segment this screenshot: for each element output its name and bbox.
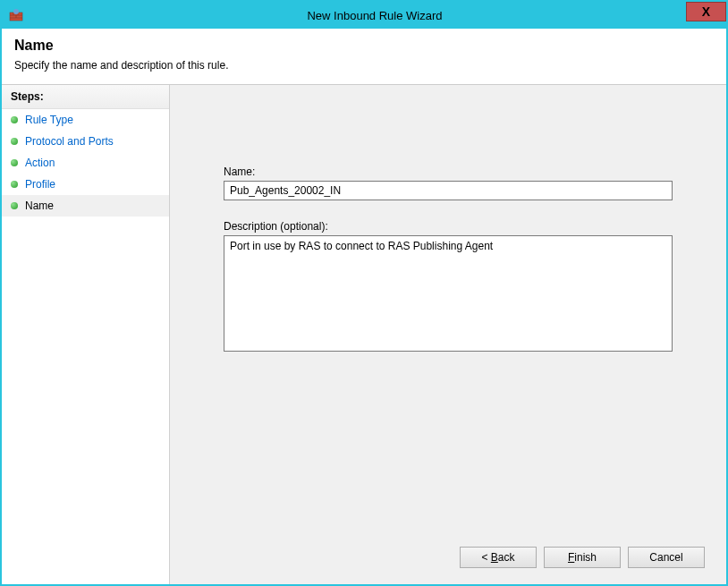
steps-header: Steps:: [2, 85, 169, 109]
close-icon: X: [702, 4, 710, 19]
svg-point-6: [13, 9, 19, 14]
sidebar-item-label: Protocol and Ports: [25, 135, 114, 148]
sidebar-item-label: Profile: [25, 178, 55, 191]
button-bar: < Back Finish Cancel: [170, 534, 726, 584]
sidebar-item-name[interactable]: Name: [2, 195, 169, 217]
sidebar-item-label: Action: [25, 157, 55, 169]
description-input[interactable]: [224, 235, 673, 352]
window-title: New Inbound Rule Wizard: [23, 9, 726, 22]
bullet-icon: [11, 202, 18, 209]
bullet-icon: [11, 181, 18, 188]
bullet-icon: [11, 116, 18, 123]
name-group: Name:: [224, 166, 673, 200]
sidebar-item-protocol-and-ports[interactable]: Protocol and Ports: [2, 131, 169, 152]
close-button[interactable]: X: [686, 2, 726, 21]
titlebar: New Inbound Rule Wizard X: [2, 2, 726, 29]
page-header: Name Specify the name and description of…: [2, 29, 726, 85]
bullet-icon: [11, 159, 18, 166]
cancel-button[interactable]: Cancel: [628, 547, 705, 568]
wizard-body: Steps: Rule Type Protocol and Ports Acti…: [2, 85, 726, 584]
name-label: Name:: [224, 166, 673, 178]
steps-sidebar: Steps: Rule Type Protocol and Ports Acti…: [2, 85, 170, 584]
sidebar-item-profile[interactable]: Profile: [2, 174, 169, 195]
name-input[interactable]: [224, 181, 673, 200]
sidebar-item-label: Rule Type: [25, 114, 73, 126]
wizard-window: New Inbound Rule Wizard X Name Specify t…: [0, 0, 728, 586]
sidebar-item-action[interactable]: Action: [2, 152, 169, 174]
back-button[interactable]: < Back: [460, 547, 537, 568]
finish-button[interactable]: Finish: [544, 547, 621, 568]
main-content: Name: Description (optional): < Back Fin…: [170, 85, 726, 584]
form-area: Name: Description (optional):: [170, 85, 726, 374]
page-description: Specify the name and description of this…: [14, 59, 714, 72]
firewall-icon: [9, 8, 23, 22]
sidebar-item-rule-type[interactable]: Rule Type: [2, 109, 169, 131]
sidebar-item-label: Name: [25, 200, 54, 212]
description-label: Description (optional):: [224, 220, 673, 233]
bullet-icon: [11, 138, 18, 145]
page-title: Name: [14, 38, 714, 54]
description-group: Description (optional):: [224, 220, 673, 354]
